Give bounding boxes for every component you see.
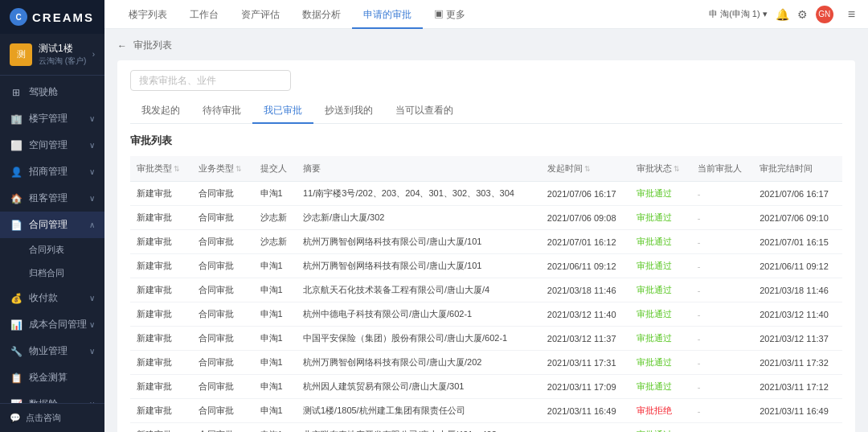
sidebar-item-data[interactable]: 📈 数据舱 ∨ — [0, 391, 104, 403]
org-select[interactable]: 申 淘(申淘 1) ▾ — [709, 8, 768, 20]
sidebar-item-label: 合同管理 — [29, 218, 89, 232]
tab-can-view[interactable]: 当可以查看的 — [384, 99, 465, 124]
cell-status: 审批通过 — [630, 375, 691, 399]
cell-status: 审批通过 — [630, 278, 691, 302]
tab-my-initiated[interactable]: 我发起的 — [130, 99, 191, 124]
cell-type: 新建审批 — [130, 399, 192, 423]
sidebar-item-cost[interactable]: 📊 成本合同管理 ∨ — [0, 311, 104, 338]
cell-start-time: 2021/03/12 11:40 — [541, 302, 630, 327]
cell-business: 合同审批 — [192, 375, 253, 399]
menu-icon[interactable]: ≡ — [848, 7, 855, 22]
table-row[interactable]: 新建审批 合同审批 沙志新 沙志新/唐山大厦/302 2021/07/06 09… — [130, 206, 842, 230]
space-icon: ⬜ — [10, 139, 23, 152]
user-avatar-btn[interactable]: GN — [816, 6, 833, 23]
cell-current-approver: - — [691, 206, 753, 230]
chevron-down-icon: ▾ — [763, 9, 768, 19]
sidebar-item-label: 数据舱 — [29, 397, 89, 403]
sidebar-item-space[interactable]: ⬜ 空间管理 ∨ — [0, 132, 104, 158]
sidebar-item-tenant[interactable]: 🏠 租客管理 ∨ — [0, 185, 104, 212]
cell-start-time: 2021/03/11 17:09 — [541, 375, 630, 399]
cell-type: 新建审批 — [130, 230, 192, 254]
table-row[interactable]: 新建审批 合同审批 申淘1 中国平安保险（集团）股份有限公司/唐山大厦/602-… — [130, 327, 842, 351]
chevron-down-icon: ∨ — [89, 141, 95, 150]
search-input[interactable] — [130, 70, 291, 91]
filter-tabs: 我发起的 待待审批 我已审批 抄送到我的 当可以查看的 — [130, 99, 842, 124]
sidebar-item-property[interactable]: 🔧 物业管理 ∨ — [0, 338, 104, 364]
topnav: 楼宇列表 工作台 资产评估 数据分析 申请的审批 ▣ 更多 申 淘(申淘 1) … — [104, 0, 868, 29]
table-row[interactable]: 新建审批 合同审批 申淘1 北京航天石化技术装备工程有限公司/唐山大厦/4 20… — [130, 278, 842, 302]
table-row[interactable]: 新建审批 合同审批 申淘1 杭州因人建筑贸易有限公司/唐山大厦/301 2021… — [130, 375, 842, 399]
chevron-down-icon: ∨ — [89, 114, 95, 123]
cell-summary: 杭州中德电子科技有限公司/唐山大厦/602-1 — [297, 302, 541, 327]
cell-summary: 11/南宇楼3号/202、203、204、301、302、303、304 — [297, 182, 541, 206]
cell-status: 审批通过 — [630, 423, 691, 433]
table-row[interactable]: 新建审批 合同审批 申淘1 北京联东泰地产开发有限公司/唐山大厦/401、403… — [130, 423, 842, 433]
table-row[interactable]: 新建审批 合同审批 沙志新 杭州万腾智创网络科技有限公司/唐山大厦/101 20… — [130, 230, 842, 254]
chevron-down-icon: ∨ — [89, 347, 95, 356]
sidebar-item-contract[interactable]: 📄 合同管理 ∧ — [0, 212, 104, 238]
cell-start-time: 2021/03/11 16:49 — [541, 399, 630, 423]
content-area: ← 审批列表 我发起的 待待审批 我已审批 抄送到我的 当可以查看的 审批列表 … — [104, 29, 868, 432]
contract-icon: 📄 — [10, 219, 23, 232]
approval-card: 我发起的 待待审批 我已审批 抄送到我的 当可以查看的 审批列表 审批类型⇅ 业… — [117, 60, 855, 432]
cell-business: 合同审批 — [192, 206, 253, 230]
chevron-right-icon: › — [92, 50, 95, 59]
col-summary: 摘要 — [297, 156, 541, 182]
tab-workbench[interactable]: 工作台 — [178, 0, 230, 29]
tab-cc-me[interactable]: 抄送到我的 — [313, 99, 384, 124]
sidebar-item-building[interactable]: 🏢 楼宇管理 ∨ — [0, 105, 104, 132]
table-row[interactable]: 新建审批 合同审批 申淘1 11/南宇楼3号/202、203、204、301、3… — [130, 182, 842, 206]
tab-pending[interactable]: 待待审批 — [191, 99, 252, 124]
cell-submitter: 沙志新 — [254, 206, 297, 230]
cell-summary: 杭州万腾智创网络科技有限公司/唐山大厦/202 — [297, 351, 541, 375]
cell-finish-time: 2021/03/11 16:45 — [753, 423, 842, 433]
page-title: 审批列表 — [133, 39, 172, 52]
cell-business: 合同审批 — [192, 399, 253, 423]
tab-data-analysis[interactable]: 数据分析 — [291, 0, 352, 29]
cell-type: 新建审批 — [130, 351, 192, 375]
cell-current-approver: - — [691, 230, 753, 254]
sidebar-item-label: 招商管理 — [29, 165, 89, 179]
tab-asset-eval[interactable]: 资产评估 — [230, 0, 291, 29]
back-button[interactable]: ← — [117, 40, 127, 51]
cell-finish-time: 2021/03/11 16:49 — [753, 399, 842, 423]
cell-start-time: 2021/07/06 09:08 — [541, 206, 630, 230]
bell-icon[interactable]: 🔔 — [776, 8, 789, 21]
cell-finish-time: 2021/03/12 11:40 — [753, 302, 842, 327]
settings-icon[interactable]: ⚙ — [797, 8, 808, 21]
sidebar-user[interactable]: 测 测试1楼 云淘淘 (客户) › — [0, 34, 104, 76]
cell-finish-time: 2021/07/01 16:15 — [753, 230, 842, 254]
tab-building-list[interactable]: 楼宇列表 — [117, 0, 178, 29]
cell-submitter: 申淘1 — [254, 182, 297, 206]
cell-finish-time: 2021/07/06 16:17 — [753, 182, 842, 206]
sidebar-item-dashboard[interactable]: ⊞ 驾驶舱 — [0, 79, 104, 105]
sidebar-subitem-archive-contract[interactable]: 归档合同 — [0, 261, 104, 285]
col-start-time: 发起时间⇅ — [541, 156, 630, 182]
cell-submitter: 申淘1 — [254, 278, 297, 302]
cell-submitter: 申淘1 — [254, 423, 297, 433]
table-row[interactable]: 新建审批 合同审批 申淘1 杭州万腾智创网络科技有限公司/唐山大厦/101 20… — [130, 254, 842, 278]
cell-current-approver: - — [691, 423, 753, 433]
cell-current-approver: - — [691, 399, 753, 423]
col-finish-time: 审批完结时间 — [753, 156, 842, 182]
cell-summary: 北京联东泰地产开发有限公司/唐山大厦/401、403 — [297, 423, 541, 433]
cell-summary: 测试1楼/1805/杭州建工集团有限责任公司 — [297, 399, 541, 423]
sidebar-bottom-consult[interactable]: 💬 点击咨询 — [0, 403, 104, 432]
cell-business: 合同审批 — [192, 182, 253, 206]
consult-label: 点击咨询 — [26, 412, 61, 424]
sidebar-subitem-contract-list[interactable]: 合同列表 — [0, 238, 104, 261]
table-row[interactable]: 新建审批 合同审批 申淘1 杭州中德电子科技有限公司/唐山大厦/602-1 20… — [130, 302, 842, 327]
tab-approval-view[interactable]: 申请的审批 — [352, 0, 423, 29]
table-row[interactable]: 新建审批 合同审批 申淘1 杭州万腾智创网络科技有限公司/唐山大厦/202 20… — [130, 351, 842, 375]
sidebar-item-tax[interactable]: 📋 税金测算 — [0, 364, 104, 391]
sidebar-item-receive[interactable]: 💰 收付款 ∨ — [0, 285, 104, 311]
property-icon: 🔧 — [10, 345, 23, 358]
tab-more[interactable]: ▣ 更多 — [423, 0, 477, 29]
cell-business: 合同审批 — [192, 423, 253, 433]
sidebar-item-label: 物业管理 — [29, 344, 89, 358]
sort-icon: ⇅ — [235, 165, 242, 173]
tab-reviewed[interactable]: 我已审批 — [252, 99, 313, 124]
sidebar-item-recruit[interactable]: 👤 招商管理 ∨ — [0, 158, 104, 185]
sidebar-nav: ⊞ 驾驶舱 🏢 楼宇管理 ∨ ⬜ 空间管理 ∨ 👤 招商管理 ∨ 🏠 租客管理 … — [0, 76, 104, 403]
table-row[interactable]: 新建审批 合同审批 申淘1 测试1楼/1805/杭州建工集团有限责任公司 202… — [130, 399, 842, 423]
